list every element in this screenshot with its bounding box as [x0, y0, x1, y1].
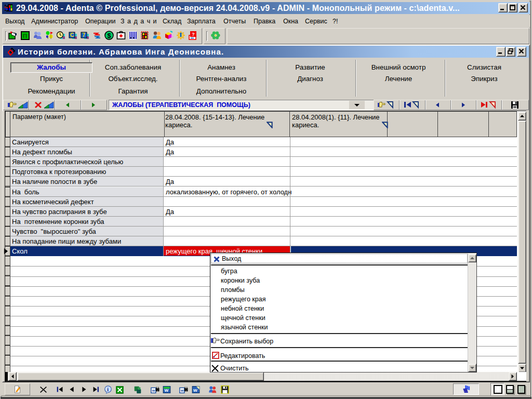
- svg-text:7: 7: [83, 32, 86, 38]
- svg-text:?: ?: [192, 31, 195, 37]
- svg-text:w: w: [180, 389, 184, 393]
- svg-text:W: W: [193, 389, 197, 393]
- svg-text:W: W: [165, 389, 169, 393]
- svg-text:C: C: [70, 32, 74, 38]
- svg-text:i: i: [107, 387, 109, 392]
- svg-text:$: $: [107, 32, 111, 39]
- svg-text:w: w: [152, 389, 155, 393]
